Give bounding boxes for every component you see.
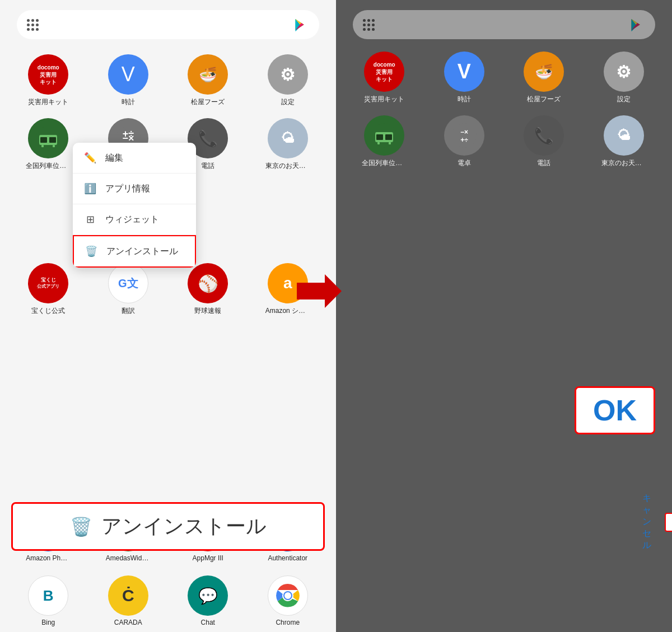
app-label-amazon: Amazon ショ... [265, 306, 310, 316]
app-label-takarakuji: 宝くじ公式 [31, 306, 65, 316]
right-app-icon-weather: 🌤 [604, 115, 644, 156]
context-menu-widget[interactable]: ⊞ ウィジェット [73, 204, 196, 235]
app-icon-amazon: a [268, 263, 308, 303]
right-app-grid-row2: 全国列車位置... −×+÷ 電卓 📞 電話 🌤 東京のお天気... [336, 113, 672, 171]
app-item-settings[interactable]: ⚙ 設定 [251, 54, 325, 107]
svg-point-11 [284, 592, 291, 599]
app-label-baseball: 野球速報 [194, 306, 221, 316]
right-app-icon-train [364, 115, 404, 156]
left-panel: docomo災害用キット 災害用キット V 時計 🍜 松屋フーズ ⚙ 設定 全国… [0, 0, 336, 632]
context-menu-appinfo[interactable]: ℹ️ アプリ情報 [73, 174, 196, 204]
app-label-settings: 設定 [281, 97, 295, 107]
context-menu-edit-label: 編集 [105, 152, 123, 164]
app-label-matsuya: 松屋フーズ [191, 97, 225, 107]
app-icon-clock: V [108, 54, 148, 95]
app-label-translate: 翻訳 [122, 306, 135, 316]
svg-text:−×+÷: −×+÷ [122, 128, 134, 144]
dialog-cancel-button[interactable]: キャンセル [642, 493, 651, 551]
svg-rect-5 [53, 145, 55, 147]
app-item-bing[interactable]: B Bing [11, 575, 86, 626]
app-item-matsuya[interactable]: 🍜 松屋フーズ [171, 54, 245, 107]
trash-icon-menu: 🗑️ [85, 245, 97, 258]
app-label-photos: Amazon Phot... [26, 554, 71, 562]
right-app-icon-calc: −×+÷ [444, 115, 484, 156]
app-icon-matsuya: 🍜 [188, 54, 228, 95]
ok-large-button[interactable]: OK [575, 386, 655, 434]
context-menu-appinfo-label: アプリ情報 [105, 183, 150, 195]
app-item-amazon[interactable]: a Amazon ショ... [251, 263, 325, 316]
right-app-item-train: 全国列車位置... [347, 115, 422, 168]
trash-icon-banner: 🗑️ [70, 516, 92, 537]
right-app-item-weather: 🌤 東京のお天気... [587, 115, 661, 168]
right-app-icon-matsuya: 🍜 [524, 52, 564, 92]
widget-icon: ⊞ [84, 213, 96, 226]
right-app-icon-saigai: docomo災害用キット [364, 52, 404, 92]
app-item-takarakuji[interactable]: 宝くじ公式アプリ 宝くじ公式 [11, 263, 86, 316]
uninstall-banner: 🗑️ アンインストール [11, 502, 325, 551]
info-icon: ℹ️ [84, 182, 96, 195]
app-item-clock[interactable]: V 時計 [91, 54, 166, 107]
app-label-carada: CARADA [114, 619, 142, 626]
dots-icon [27, 19, 39, 31]
context-menu-uninstall[interactable]: 🗑️ アンインストール [73, 235, 196, 268]
svg-rect-4 [41, 145, 44, 147]
app-label-chat: Chat [201, 619, 215, 626]
app-grid-row5: B Bing Ċ CARADA 💬 Chat [0, 575, 336, 626]
right-app-label-clock: 時計 [458, 95, 471, 104]
right-app-item-calc: −×+÷ 電卓 [427, 115, 502, 168]
right-app-label-train: 全国列車位置... [362, 158, 407, 168]
dialog-ok-button[interactable]: OK [665, 513, 672, 532]
right-app-label-weather: 東京のお天気... [601, 158, 646, 168]
right-app-grid-row1: docomo災害用キット 災害用キット V 時計 🍜 松屋フーズ ⚙ 設定 [336, 46, 672, 113]
edit-icon: ✏️ [84, 152, 96, 164]
app-item-chrome[interactable]: Chrome [251, 575, 325, 626]
svg-rect-16 [385, 134, 392, 140]
app-label-saigai: 災害用キット [28, 97, 68, 107]
app-icon-saigai: docomo災害用キット [28, 54, 68, 95]
right-app-item-phone: 📞 電話 [507, 115, 581, 168]
search-bar[interactable] [17, 10, 319, 39]
app-label-train: 全国列車位置... [26, 161, 71, 171]
right-app-icon-phone: 📞 [524, 115, 564, 156]
right-app-item-settings: ⚙ 設定 [587, 52, 661, 104]
right-app-icon-clock: V [444, 52, 484, 92]
app-icon-baseball: ⚾ [188, 263, 228, 303]
svg-rect-2 [40, 137, 47, 143]
right-app-label-phone: 電話 [537, 158, 550, 168]
app-icon-bing: B [28, 575, 68, 616]
google-play-icon [293, 17, 309, 32]
app-label-phone: 電話 [201, 161, 214, 171]
app-item-saigai[interactable]: docomo災害用キット 災害用キット [11, 54, 86, 107]
app-label-chrome: Chrome [276, 619, 300, 626]
app-label-clock: 時計 [122, 97, 135, 107]
app-icon-takarakuji: 宝くじ公式アプリ [28, 263, 68, 303]
right-app-label-matsuya: 松屋フーズ [527, 95, 561, 104]
svg-text:−×: −× [460, 128, 468, 136]
svg-rect-15 [376, 134, 383, 140]
app-icon-settings: ⚙ [268, 54, 308, 95]
app-icon-carada: Ċ [108, 575, 148, 616]
context-menu-widget-label: ウィジェット [105, 214, 159, 226]
app-icon-weather: 🌤 [268, 118, 308, 158]
context-menu-edit[interactable]: ✏️ 編集 [73, 143, 196, 174]
app-icon-train [28, 118, 68, 158]
svg-text:+÷: +÷ [460, 136, 468, 144]
context-menu-uninstall-label: アンインストール [106, 246, 178, 258]
app-item-baseball[interactable]: ⚾ 野球速報 [171, 263, 245, 316]
app-item-translate[interactable]: G文 翻訳 [91, 263, 166, 316]
right-panel: docomo災害用キット 災害用キット V 時計 🍜 松屋フーズ ⚙ 設定 全国… [336, 0, 672, 632]
app-icon-chrome [268, 575, 308, 616]
right-app-item-clock: V 時計 [427, 52, 502, 104]
app-item-carada[interactable]: Ċ CARADA [91, 575, 166, 626]
app-item-weather[interactable]: 🌤 東京のお天気... [251, 118, 325, 171]
app-label-appmgr: AppMgr III [193, 554, 223, 562]
app-label-weather: 東京のお天気... [265, 161, 310, 171]
uninstall-banner-text: アンインストール [101, 513, 267, 540]
app-icon-chat: 💬 [188, 575, 228, 616]
right-app-label-settings: 設定 [617, 95, 631, 104]
svg-rect-17 [377, 142, 380, 144]
context-menu: ✏️ 編集 ℹ️ アプリ情報 ⊞ ウィジェット 🗑️ アンインストール [73, 143, 196, 268]
app-item-chat[interactable]: 💬 Chat [171, 575, 245, 626]
app-label-bing: Bing [41, 619, 55, 626]
svg-rect-18 [389, 142, 391, 144]
